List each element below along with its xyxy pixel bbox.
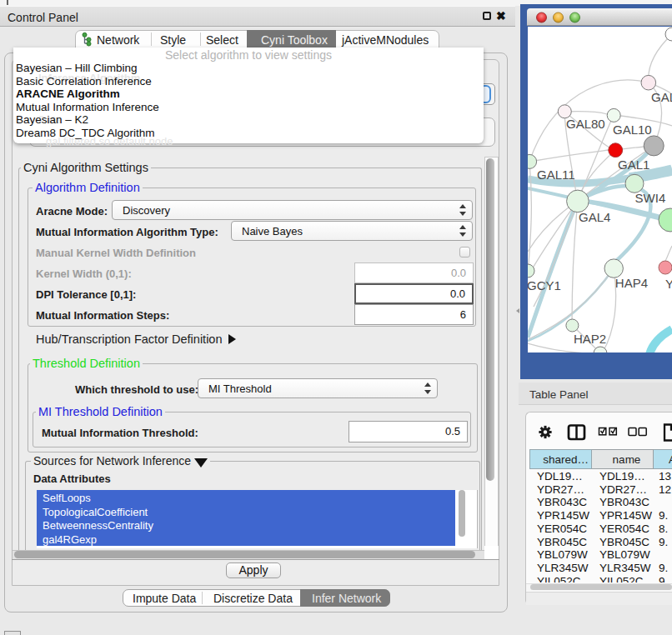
svg-text:HAP4: HAP4: [615, 276, 648, 290]
svg-text:GAL80: GAL80: [566, 117, 605, 131]
svg-text:GAL4: GAL4: [579, 210, 610, 224]
svg-text:SWI4: SWI4: [635, 191, 666, 205]
svg-text:GAL11: GAL11: [537, 168, 575, 182]
svg-text:GAL10: GAL10: [613, 122, 652, 137]
svg-text:GAL1: GAL1: [618, 158, 649, 172]
svg-text:GAL7: GAL7: [651, 90, 672, 104]
svg-text:Y: Y: [665, 277, 672, 291]
svg-text:HAP2: HAP2: [574, 332, 606, 346]
svg-text:GCY1: GCY1: [528, 278, 561, 292]
